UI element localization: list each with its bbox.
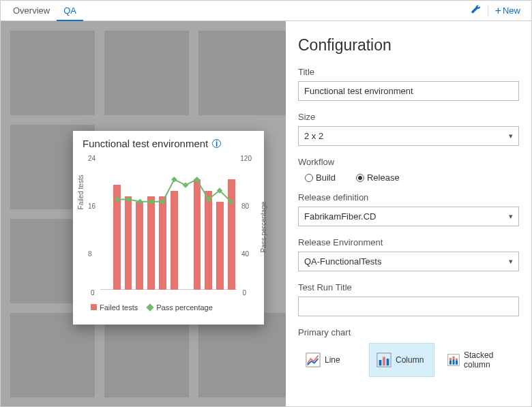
- svg-rect-4: [387, 359, 389, 365]
- svg-rect-7: [449, 361, 452, 365]
- line-point: [194, 177, 199, 182]
- workflow-label: Workflow: [298, 157, 519, 167]
- line-point: [125, 196, 131, 202]
- svg-rect-11: [456, 361, 458, 365]
- ytick-right: 80: [241, 202, 249, 210]
- workflow-build-label: Build: [316, 172, 336, 183]
- wrench-icon: [471, 5, 481, 16]
- release-definition-value: FabrikamFiber.CD: [304, 211, 376, 222]
- release-environment-select[interactable]: QA-FunctionalTests ▾: [298, 252, 519, 271]
- tab-overview[interactable]: Overview: [6, 1, 57, 20]
- dashboard-canvas[interactable]: Functional test environment i Failed tes…: [1, 21, 286, 407]
- new-button[interactable]: + New: [490, 1, 526, 20]
- chart-type-stacked-label: Stacked column: [464, 350, 512, 370]
- release-environment-label: Release Environment: [298, 237, 519, 247]
- ytick-left: 0: [91, 289, 95, 297]
- svg-rect-6: [449, 358, 452, 361]
- legend-swatch-pass: [147, 303, 154, 311]
- workflow-build-radio[interactable]: Build: [305, 172, 336, 183]
- tab-qa[interactable]: QA: [57, 1, 83, 21]
- ytick-right: 120: [240, 155, 252, 162]
- line-point: [160, 198, 165, 204]
- release-definition-label: Release definition: [298, 192, 519, 202]
- release-environment-value: QA-FunctionalTests: [304, 256, 381, 267]
- svg-rect-10: [456, 359, 458, 361]
- chevron-down-icon: ▾: [509, 257, 513, 266]
- tab-bar: Overview QA + New: [1, 1, 531, 21]
- widget-title: Functional test environment: [83, 138, 208, 149]
- chart-type-column[interactable]: Column: [369, 343, 434, 377]
- test-run-title-label: Test Run Title: [298, 282, 519, 292]
- legend-swatch-failed: [91, 304, 97, 310]
- y-axis-left-label: Failed tests: [77, 175, 85, 209]
- ytick-left: 16: [88, 202, 95, 210]
- info-icon[interactable]: i: [212, 139, 221, 148]
- line-point: [149, 198, 154, 204]
- workflow-release-label: Release: [367, 172, 400, 183]
- configure-button[interactable]: [466, 1, 486, 20]
- chevron-down-icon: ▾: [509, 132, 513, 140]
- line-point: [183, 182, 188, 187]
- line-chart-icon: [306, 352, 321, 367]
- legend-failed-label: Failed tests: [100, 303, 138, 312]
- svg-rect-9: [453, 359, 455, 365]
- line-point: [137, 198, 143, 204]
- ytick-left: 8: [88, 250, 92, 258]
- svg-rect-2: [379, 360, 382, 365]
- line-series: [117, 179, 231, 201]
- workflow-release-radio[interactable]: Release: [356, 172, 400, 183]
- stacked-column-chart-icon: [447, 352, 460, 367]
- panel-heading: Configuration: [298, 36, 519, 55]
- y-axis-right-label: Pass percentage: [260, 201, 267, 252]
- chart-type-line-label: Line: [325, 355, 340, 365]
- test-run-title-input[interactable]: [298, 297, 519, 316]
- new-label: New: [503, 5, 520, 16]
- size-select[interactable]: 2 x 2 ▾: [298, 126, 519, 146]
- chart-legend: Failed tests Pass percentage: [73, 299, 264, 318]
- widget-tile[interactable]: Functional test environment i Failed tes…: [73, 131, 264, 325]
- title-input[interactable]: [298, 81, 519, 101]
- svg-rect-8: [453, 357, 455, 360]
- line-point: [115, 196, 120, 202]
- chart-type-column-label: Column: [396, 355, 424, 365]
- primary-chart-label: Primary chart: [298, 327, 519, 337]
- plus-icon: +: [495, 5, 501, 16]
- chart: Failed tests Pass percentage 24 16 8 0 1…: [80, 155, 257, 299]
- release-definition-select[interactable]: FabrikamFiber.CD ▾: [298, 207, 519, 226]
- legend-pass-label: Pass percentage: [156, 303, 213, 312]
- line-point: [171, 177, 177, 182]
- chevron-down-icon: ▾: [509, 212, 513, 221]
- svg-rect-3: [383, 357, 385, 365]
- column-chart-icon: [376, 352, 391, 367]
- size-label: Size: [298, 112, 519, 122]
- ytick-right: 40: [241, 250, 249, 258]
- chart-type-stacked-column[interactable]: Stacked column: [440, 343, 519, 377]
- ytick-left: 24: [88, 155, 95, 162]
- chart-type-line[interactable]: Line: [298, 343, 364, 377]
- title-label: Title: [298, 67, 519, 77]
- divider: [488, 5, 488, 16]
- configuration-panel: Configuration Title Size 2 x 2 ▾ Workflo…: [286, 21, 531, 407]
- ytick-right: 0: [242, 289, 246, 297]
- size-value: 2 x 2: [304, 131, 323, 141]
